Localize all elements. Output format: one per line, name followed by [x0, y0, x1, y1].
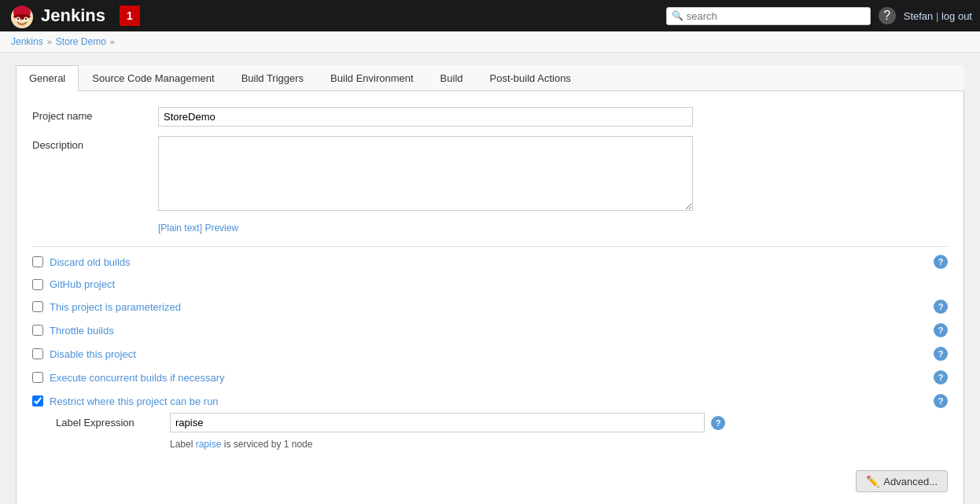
- bottom-bar: ✏️ Advanced...: [32, 462, 948, 500]
- project-name-input[interactable]: [158, 107, 693, 127]
- svg-point-2: [13, 14, 31, 19]
- form-panel: Project name Description [Plain text] Pr…: [16, 91, 964, 504]
- checkbox-concurrent-builds: Execute concurrent builds if necessary ?: [32, 366, 948, 389]
- discard-old-builds-checkbox[interactable]: [32, 256, 43, 267]
- jenkins-logo[interactable]: Jenkins: [8, 2, 105, 30]
- discard-help-icon[interactable]: ?: [934, 255, 948, 269]
- checkbox-disable-project: Disable this project ?: [32, 342, 948, 366]
- breadcrumb-arrow-2: »: [110, 37, 115, 46]
- advanced-button[interactable]: ✏️ Advanced...: [856, 470, 948, 492]
- pencil-icon: ✏️: [866, 475, 879, 487]
- label-expression-label: Label Expression: [56, 417, 170, 429]
- parameterized-checkbox[interactable]: [32, 301, 43, 312]
- checkbox-throttle-builds: Throttle builds ?: [32, 318, 948, 342]
- breadcrumb-arrow-1: »: [47, 37, 52, 46]
- concurrent-builds-label[interactable]: Execute concurrent builds if necessary: [50, 372, 225, 384]
- label-expression-help-icon[interactable]: ?: [711, 416, 725, 430]
- parameterized-help-icon[interactable]: ?: [934, 300, 948, 314]
- svg-point-5: [17, 18, 19, 20]
- project-name-label: Project name: [32, 107, 158, 122]
- logout-link[interactable]: log out: [941, 10, 972, 22]
- breadcrumb: Jenkins » Store Demo »: [0, 31, 980, 53]
- separator: |: [936, 10, 938, 22]
- checkboxes-section: Discard old builds ? GitHub project This…: [32, 250, 948, 413]
- description-control: [158, 136, 693, 213]
- breadcrumb-home[interactable]: Jenkins: [11, 36, 43, 47]
- help-icon[interactable]: ?: [879, 7, 896, 24]
- search-icon: 🔍: [672, 10, 683, 21]
- tab-build-triggers[interactable]: Build Triggers: [228, 65, 317, 91]
- text-format-links: [Plain text] Preview: [158, 223, 948, 234]
- project-name-control: [158, 107, 693, 127]
- breadcrumb-project[interactable]: Store Demo: [56, 36, 106, 47]
- divider: [32, 246, 948, 247]
- notification-badge[interactable]: 1: [120, 6, 140, 26]
- concurrent-help-icon[interactable]: ?: [934, 370, 948, 384]
- label-expression-input[interactable]: [170, 413, 705, 432]
- restrict-where-checkbox[interactable]: [32, 395, 43, 407]
- main-content: General Source Code Management Build Tri…: [0, 53, 980, 504]
- disable-project-label[interactable]: Disable this project: [50, 348, 136, 360]
- header: Jenkins 1 🔍 ? Stefan | log out: [0, 0, 980, 31]
- project-name-row: Project name: [32, 107, 948, 127]
- checkbox-github-project: GitHub project: [32, 274, 948, 295]
- restrict-help-icon[interactable]: ?: [934, 394, 948, 408]
- label-serviced-info: Label rapise is serviced by 1 node: [170, 439, 948, 450]
- search-box: 🔍: [666, 7, 871, 25]
- github-project-checkbox[interactable]: [32, 279, 43, 290]
- tab-bar: General Source Code Management Build Tri…: [16, 65, 964, 91]
- disable-project-checkbox[interactable]: [32, 348, 43, 359]
- checkbox-restrict-where: Restrict where this project can be run ?: [32, 389, 948, 413]
- label-expression-row: Label Expression ?: [56, 413, 948, 432]
- throttle-builds-checkbox[interactable]: [32, 325, 43, 336]
- discard-old-builds-label[interactable]: Discard old builds: [50, 256, 131, 268]
- tab-general[interactable]: General: [16, 65, 79, 91]
- parameterized-label[interactable]: This project is parameterized: [50, 301, 181, 313]
- description-label: Description: [32, 136, 158, 151]
- username-link[interactable]: Stefan: [904, 10, 934, 22]
- jenkins-title: Jenkins: [41, 6, 105, 26]
- user-info: Stefan | log out: [904, 10, 972, 22]
- description-row: Description: [32, 136, 948, 213]
- checkbox-discard-old-builds: Discard old builds ?: [32, 250, 948, 274]
- jenkins-avatar: [8, 2, 36, 30]
- plain-text-link[interactable]: [Plain text]: [158, 223, 202, 234]
- description-textarea[interactable]: [158, 136, 693, 211]
- rapise-label-link[interactable]: rapise: [196, 439, 222, 450]
- github-project-label[interactable]: GitHub project: [50, 278, 115, 290]
- concurrent-builds-checkbox[interactable]: [32, 372, 43, 383]
- preview-link[interactable]: Preview: [204, 223, 238, 234]
- throttle-builds-label[interactable]: Throttle builds: [50, 325, 114, 337]
- svg-point-6: [25, 18, 27, 20]
- tab-post-build[interactable]: Post-build Actions: [477, 65, 584, 91]
- search-input[interactable]: [687, 10, 865, 22]
- tab-build-environment[interactable]: Build Environment: [317, 65, 427, 91]
- restrict-where-label[interactable]: Restrict where this project can be run: [50, 395, 219, 407]
- tab-scm[interactable]: Source Code Management: [79, 65, 227, 91]
- throttle-help-icon[interactable]: ?: [934, 323, 948, 337]
- tab-build[interactable]: Build: [427, 65, 477, 91]
- disable-help-icon[interactable]: ?: [934, 347, 948, 361]
- checkbox-parameterized: This project is parameterized ?: [32, 295, 948, 318]
- advanced-button-label: Advanced...: [883, 476, 938, 487]
